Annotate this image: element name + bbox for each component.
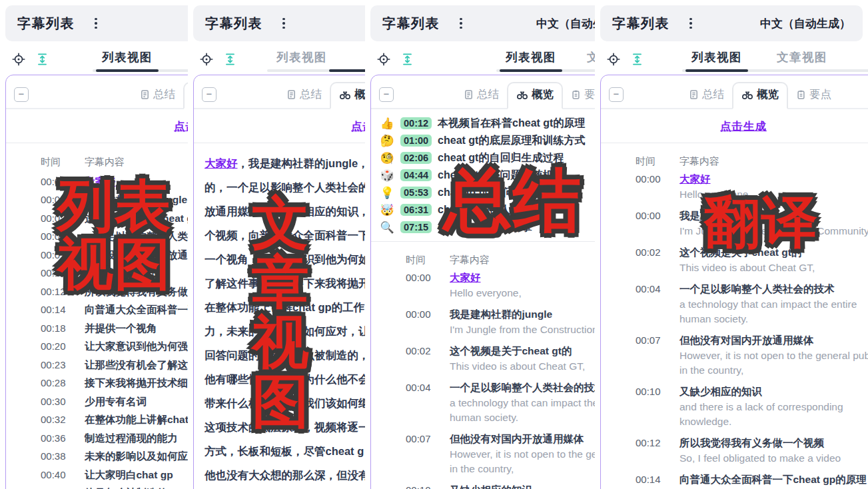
overview-item[interactable]: 💡 05:53 chat gp t回答问题的方式	[371, 184, 595, 201]
tab-list-view[interactable]: 列表视图	[270, 49, 334, 72]
overview-item[interactable]: 🔍 07:15 cheat gt与搜索引擎	[371, 219, 595, 236]
tab-overview[interactable]: 概览	[330, 82, 365, 109]
collapse-button[interactable]: −	[202, 87, 217, 102]
subtitle-cell: 大家好 Hello everyone,	[679, 171, 868, 202]
overview-item[interactable]: 🧐 02:06 cheat gt的自回归生成过程	[371, 149, 595, 167]
timestamp-badge[interactable]: 02:06	[400, 152, 432, 164]
subtitle-row[interactable]: 00:10 又缺少相应的知识 and there is a lack of co…	[601, 384, 868, 429]
subtitle-link[interactable]: 大家好	[205, 157, 238, 169]
subtitle-row[interactable]: 00:10 又缺少相应的知识	[6, 264, 188, 282]
overview-emoji-icon: 🤯	[380, 203, 394, 217]
tab-list-view[interactable]: 列表视图	[499, 49, 563, 72]
subtitle-row[interactable]: 00:07 但他没有对国内开放通用媒体	[6, 246, 188, 264]
generate-link[interactable]: 点击生成	[720, 120, 767, 132]
tab-article-view[interactable]: 文章视图	[580, 49, 595, 72]
locate-icon[interactable]	[12, 53, 25, 66]
locate-icon[interactable]	[377, 53, 390, 66]
subtitle-row[interactable]: 00:07 但他没有对国内开放通用媒体 However, it is not o…	[371, 431, 595, 476]
subtitle-row[interactable]: 00:14 向普通大众全面科普一下cheat gp	[6, 300, 188, 319]
kebab-menu-icon[interactable]	[92, 15, 100, 32]
subtitle-row[interactable]: 00:00 大家好	[6, 173, 188, 191]
subtitle-language-label[interactable]: 中文（自动生成）	[536, 16, 595, 31]
subtitle-link[interactable]: 大家好	[450, 270, 595, 286]
subtitle-row[interactable]: 00:07 但他没有对国内开放通用媒体 However, it is not o…	[601, 332, 868, 378]
generate-link[interactable]: 点击生成	[174, 120, 188, 132]
tab-overview[interactable]: 概览	[507, 82, 563, 109]
kebab-menu-icon[interactable]	[687, 15, 695, 32]
translation-lines: a technology that can impact the entireh…	[679, 297, 868, 326]
subtitle-row[interactable]: 00:00 我是建构社群的jungle I'm Jungle from the …	[601, 208, 868, 239]
collapse-button[interactable]: −	[14, 87, 29, 102]
subtitle-link[interactable]: 大家好	[85, 173, 188, 191]
subtitle-row[interactable]: 00:12 所以我觉得我有义务做一个视频	[6, 282, 188, 301]
tab-overview[interactable]: 概览	[183, 82, 188, 109]
locate-icon[interactable]	[200, 53, 213, 66]
subtitle-row[interactable]: 00:02 这个视频是关于cheat gt的	[6, 209, 188, 228]
tab-article-view[interactable]: 文章视图	[770, 49, 834, 72]
tab-summary[interactable]: 总结	[456, 83, 507, 108]
overview-item[interactable]: 👍 00:12 本视频旨在科普cheat gt的原理	[371, 115, 595, 132]
subtitle-row[interactable]: 00:00 大家好 Hello everyone,	[601, 171, 868, 202]
subtitle-language-label[interactable]: 中文（自动生成）	[760, 16, 851, 31]
overview-item[interactable]: 🤯 06:31 cheat gt的惊人能力	[371, 201, 595, 219]
subtitle-row[interactable]: 00:10 又缺少相应的知识	[371, 482, 595, 489]
generate-link[interactable]: 点击生成	[351, 120, 365, 132]
subtitle-row[interactable]: 00:40 让大家明白chat gp	[6, 466, 188, 484]
overview-item[interactable]: 🎲 04:44 cheat gt回答问题的随机性	[371, 167, 595, 184]
timestamp-badge[interactable]: 00:12	[400, 117, 432, 129]
timestamp-badge[interactable]: 04:44	[400, 169, 432, 181]
timestamp-badge[interactable]: 06:31	[400, 204, 432, 216]
tab-list-view[interactable]: 列表视图	[685, 49, 749, 72]
subtitle-row[interactable]: 00:14 向普通大众全面科普一下cheat gp的原理 to comprehe…	[601, 472, 868, 489]
vertical-fit-icon[interactable]	[36, 53, 49, 66]
subtitle-row[interactable]: 00:04 一个足以影响整个人类社会的技术 a technology that …	[601, 281, 868, 326]
collapse-button[interactable]: −	[379, 87, 394, 102]
binoculars-icon	[741, 90, 753, 100]
subtitle-row[interactable]: 00:02 这个视频是关于cheat gt的 This video is abo…	[601, 244, 868, 275]
panel-header: 字幕列表 中文（自动生成）	[600, 5, 863, 41]
kebab-menu-icon[interactable]	[280, 15, 288, 32]
subtitle-row[interactable]: 00:36 制造过程涌现的能力	[6, 429, 188, 448]
tab-keypoints[interactable]: 要点	[563, 83, 595, 108]
timestamp-badge[interactable]: 05:53	[400, 187, 432, 199]
subtitle-text: 又缺少相应的知识	[450, 482, 595, 489]
document-icon	[140, 89, 150, 100]
locate-icon[interactable]	[607, 53, 620, 66]
tab-summary[interactable]: 总结	[278, 83, 330, 108]
subtitle-row[interactable]: 00:38 未来的影响以及如何应对	[6, 447, 188, 466]
subtitle-row[interactable]: 00:32 在整体功能上讲解chat gp	[6, 410, 188, 429]
subtitle-row[interactable]: 00:20 让大家意识到他为何强大	[6, 337, 188, 356]
subtitle-link[interactable]: 大家好	[679, 171, 868, 187]
subtitle-row[interactable]: 00:04 一个足以影响整个人类社会的技术	[6, 227, 188, 246]
timestamp-badge[interactable]: 01:00	[400, 135, 432, 147]
article-text: 力，未来的影响以及如何应对，让	[205, 325, 365, 337]
vertical-fit-icon[interactable]	[401, 53, 414, 66]
subtitle-row[interactable]: 00:18 并提供一个视角	[6, 319, 188, 338]
panel-translation: 字幕列表 中文（自动生成） 列表视图 文章视图 −	[595, 0, 868, 489]
timestamp-badge[interactable]: 07:15	[400, 221, 432, 233]
tab-keypoints[interactable]: 要点	[788, 83, 839, 108]
timestamp: 00:04	[636, 281, 666, 297]
subtitle-row[interactable]: 00:30 少用专有名词	[6, 392, 188, 411]
tab-summary[interactable]: 总结	[132, 83, 183, 108]
subtitle-row[interactable]: 00:00 我是建构社群的jungle I'm Jungle from the …	[371, 306, 595, 337]
kebab-menu-icon[interactable]	[457, 15, 465, 32]
vertical-fit-icon[interactable]	[631, 53, 644, 66]
tab-summary[interactable]: 总结	[681, 83, 732, 108]
subtitle-row[interactable]: 00:04 一个足以影响整个人类社会的技术 a technology that …	[371, 380, 595, 425]
overview-item[interactable]: 🤔 01:00 cheat gt的底层原理和训练方式	[371, 132, 595, 149]
subtitle-row[interactable]: 00:00 大家好 Hello everyone,	[371, 270, 595, 300]
document-icon	[464, 89, 474, 100]
subtitle-row[interactable]: 00:23 让那些没有机会了解这件事的人	[6, 356, 188, 374]
subtitle-cell: 一个足以影响整个人类社会的技术 a technology that can im…	[679, 281, 868, 326]
subtitle-row[interactable]: 00:28 接下来我将抛开技术细节	[6, 374, 188, 392]
subtitle-row[interactable]: 00:44 他是怎么被制造的	[6, 484, 188, 489]
tab-list-view[interactable]: 列表视图	[95, 49, 159, 72]
subtitle-row[interactable]: 00:12 所以我觉得我有义务做一个视频 So, I feel obligate…	[601, 435, 868, 466]
tab-overview[interactable]: 概览	[732, 82, 788, 109]
subtitle-row[interactable]: 00:02 这个视频是关于cheat gt的 This video is abo…	[371, 343, 595, 374]
subtitle-row[interactable]: 00:00 我是建构社群的jungle	[6, 191, 188, 209]
vertical-fit-icon[interactable]	[224, 53, 236, 66]
timestamp: 00:00	[636, 208, 666, 224]
collapse-button[interactable]: −	[609, 87, 624, 102]
